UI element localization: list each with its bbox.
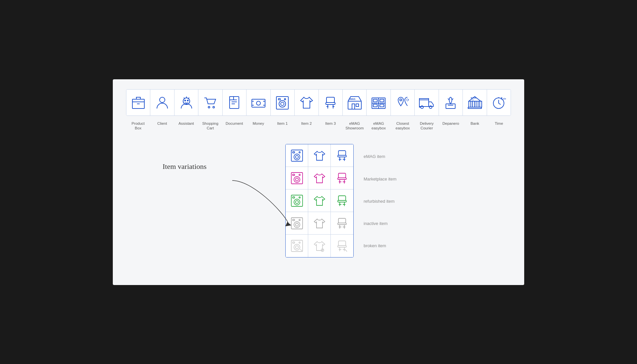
svg-rect-66 bbox=[338, 200, 346, 202]
svg-point-71 bbox=[299, 219, 300, 221]
svg-point-75 bbox=[294, 244, 300, 250]
svg-rect-77 bbox=[293, 242, 295, 243]
svg-rect-20 bbox=[356, 104, 359, 107]
grid-tshirt-inactive bbox=[308, 212, 331, 235]
svg-point-1 bbox=[160, 97, 165, 103]
grid-tshirt-refurbished bbox=[308, 189, 331, 212]
icon-cell-item1 bbox=[271, 90, 295, 115]
icon-cell-delivery bbox=[415, 90, 439, 115]
svg-point-54 bbox=[294, 177, 300, 182]
svg-point-61 bbox=[294, 199, 300, 205]
icon-cell-showroom: eMAG bbox=[343, 90, 367, 115]
svg-point-15 bbox=[284, 99, 286, 100]
icon-cell-money bbox=[247, 90, 270, 115]
svg-rect-59 bbox=[338, 178, 346, 180]
assistant-icon bbox=[178, 95, 194, 110]
label-client: Client bbox=[150, 121, 175, 131]
svg-point-76 bbox=[295, 246, 298, 249]
label-depanero: Depanero bbox=[439, 121, 463, 131]
svg-point-12 bbox=[279, 101, 286, 107]
svg-rect-19 bbox=[352, 104, 355, 109]
bank-icon: BANK III bbox=[467, 95, 483, 110]
grid-chair-broken bbox=[331, 235, 353, 257]
label-easybox: eMAGeasybox bbox=[367, 121, 391, 131]
label-item2: Item 2 bbox=[295, 121, 319, 131]
item-variations-grid bbox=[285, 144, 354, 257]
grid-chair-inactive bbox=[331, 212, 353, 235]
variations-arrow bbox=[166, 171, 292, 237]
label-delivery: DeliveryCourier bbox=[415, 121, 439, 131]
svg-rect-58 bbox=[338, 173, 346, 178]
washing-machine-icon bbox=[274, 95, 290, 110]
svg-rect-63 bbox=[293, 197, 295, 198]
label-document: Document bbox=[222, 121, 247, 131]
svg-line-79 bbox=[300, 249, 303, 252]
item-grid-container: eMAG item Marketplace item refurbished i… bbox=[285, 144, 396, 257]
svg-rect-14 bbox=[278, 99, 280, 100]
grid-chair-marketplace bbox=[331, 167, 353, 189]
svg-point-30 bbox=[406, 99, 408, 101]
closest-easybox-icon bbox=[395, 95, 411, 110]
icon-cell-product-box bbox=[126, 90, 150, 115]
icon-cell-document bbox=[223, 90, 247, 115]
svg-text:eMAG: eMAG bbox=[349, 98, 356, 100]
icon-cell-closest-easybox bbox=[391, 90, 415, 115]
label-inactive-item: inactive item bbox=[364, 212, 396, 235]
svg-point-10 bbox=[256, 101, 260, 105]
icon-cell-client bbox=[150, 90, 174, 115]
icon-cell-item2 bbox=[295, 90, 318, 115]
svg-point-64 bbox=[299, 197, 300, 198]
label-item1: Item 1 bbox=[270, 121, 295, 131]
main-canvas: eMAG bbox=[113, 79, 524, 285]
grid-tshirt-emag bbox=[308, 144, 331, 167]
svg-point-47 bbox=[294, 154, 300, 160]
document-icon bbox=[226, 95, 242, 110]
svg-rect-17 bbox=[326, 103, 335, 105]
easybox-icon bbox=[371, 95, 387, 110]
icon-cell-item3 bbox=[319, 90, 343, 115]
svg-rect-65 bbox=[338, 196, 346, 200]
svg-rect-31 bbox=[419, 100, 429, 107]
cart-icon bbox=[202, 95, 218, 110]
label-refurbished-item: refurbished item bbox=[364, 190, 396, 212]
money-icon bbox=[250, 95, 266, 110]
label-marketplace-item: Marketplace item bbox=[364, 168, 396, 190]
svg-rect-38 bbox=[476, 101, 478, 107]
label-emag-item: eMAG item bbox=[364, 145, 396, 168]
svg-point-50 bbox=[299, 152, 300, 153]
svg-rect-56 bbox=[293, 174, 295, 176]
icon-cell-bank: BANK III bbox=[463, 90, 487, 115]
svg-rect-7 bbox=[230, 97, 239, 109]
svg-rect-51 bbox=[338, 151, 346, 155]
time-icon: 2 zile bbox=[491, 95, 507, 110]
svg-rect-28 bbox=[380, 104, 384, 107]
product-box-icon bbox=[130, 95, 146, 110]
showroom-icon: eMAG bbox=[347, 95, 363, 110]
depanero-icon bbox=[443, 95, 459, 110]
svg-point-6 bbox=[213, 106, 215, 108]
label-bank: Bank bbox=[463, 121, 487, 131]
svg-rect-72 bbox=[338, 218, 346, 223]
svg-rect-27 bbox=[380, 99, 384, 102]
svg-rect-70 bbox=[293, 219, 295, 221]
icon-cell-time: 2 zile bbox=[487, 90, 511, 115]
bottom-section: Item variations bbox=[126, 144, 511, 257]
svg-rect-36 bbox=[469, 101, 471, 107]
label-showroom: eMAGShowroom bbox=[343, 121, 367, 131]
variation-labels: eMAG item Marketplace item refurbished i… bbox=[364, 144, 396, 257]
svg-point-57 bbox=[299, 174, 300, 176]
svg-point-13 bbox=[281, 102, 284, 106]
svg-point-48 bbox=[295, 155, 298, 158]
delivery-truck-icon bbox=[419, 95, 435, 110]
svg-line-84 bbox=[345, 249, 347, 252]
svg-rect-25 bbox=[373, 99, 377, 102]
icon-cell-cart bbox=[198, 90, 222, 115]
svg-text:III: III bbox=[472, 99, 473, 101]
svg-rect-52 bbox=[338, 155, 346, 157]
label-row: ProductBox Client Assistant ShoppingCart… bbox=[126, 121, 511, 131]
svg-rect-73 bbox=[338, 223, 346, 225]
grid-tshirt-broken bbox=[308, 235, 331, 257]
svg-rect-8 bbox=[230, 97, 234, 100]
svg-rect-9 bbox=[252, 99, 265, 107]
svg-point-29 bbox=[400, 99, 402, 101]
